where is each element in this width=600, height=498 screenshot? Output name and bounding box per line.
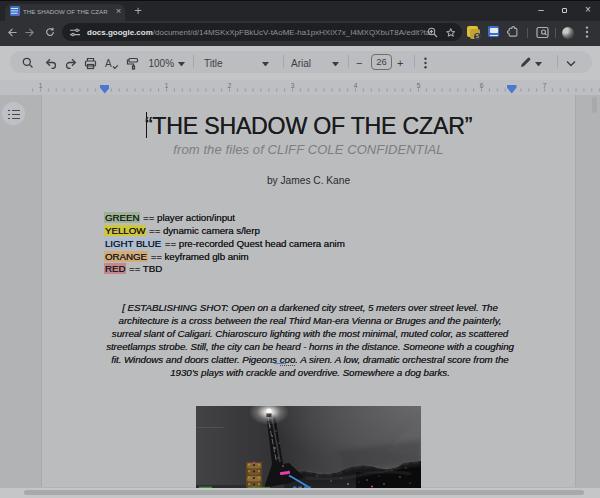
svg-text:A: A	[105, 58, 112, 69]
